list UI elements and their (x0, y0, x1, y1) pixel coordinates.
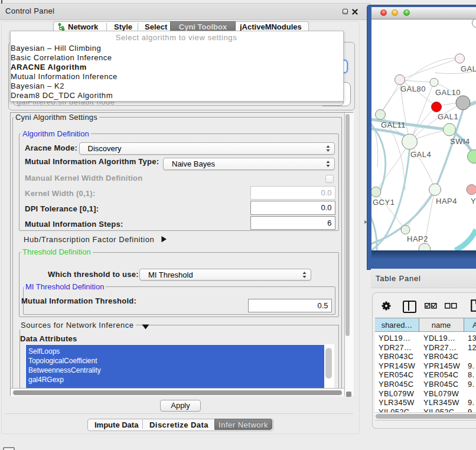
svg-text:GAL: GAL (461, 64, 476, 73)
svg-text:SWI4: SWI4 (450, 136, 470, 145)
svg-text:GAL10: GAL10 (435, 88, 461, 97)
svg-text:GAL11: GAL11 (381, 120, 406, 129)
svg-text:HAP4: HAP4 (436, 197, 457, 206)
svg-text:GAL80: GAL80 (400, 84, 426, 93)
svg-text:GAL1: GAL1 (438, 112, 458, 121)
svg-text:GCY1: GCY1 (373, 198, 395, 207)
svg-text:GAL4: GAL4 (410, 150, 431, 159)
svg-text:HAP2: HAP2 (407, 234, 428, 243)
svg-text:Y: Y (471, 197, 476, 206)
